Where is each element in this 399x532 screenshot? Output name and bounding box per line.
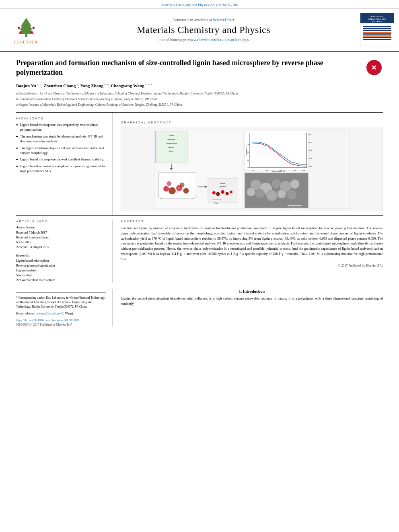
article-revised-date: 6 July 2017	[16, 240, 106, 245]
elsevier-label: ELSEVIER	[14, 40, 38, 44]
footnote-divider	[16, 292, 106, 293]
elsevier-logo-box: ELSEVIER	[0, 9, 52, 51]
footnotes-col: * Corresponding author. Key Laboratory f…	[16, 289, 113, 327]
svg-text:20μm: 20μm	[292, 207, 297, 209]
journal-title: Materials Chemistry and Physics	[137, 25, 270, 35]
svg-text:Water: Water	[169, 150, 174, 152]
keyword-3: Lignin emulsion	[16, 268, 106, 273]
intro-section-title: 1. Introduction	[121, 289, 383, 294]
svg-text:Lignin: Lignin	[220, 182, 226, 184]
article-info-abstract-section: ARTICLE INFO Article history: Received 7…	[16, 215, 383, 283]
svg-point-64	[266, 190, 278, 201]
intro-section-number: 1.	[239, 289, 243, 294]
svg-point-62	[290, 179, 300, 189]
svg-text:0.00: 0.00	[309, 134, 311, 136]
svg-point-31	[221, 190, 224, 194]
contents-available-line: Contents lists available at ScienceDirec…	[173, 18, 234, 22]
svg-text:-0.15: -0.15	[309, 157, 312, 159]
intro-text: Lignin, the second most abundant biopoly…	[121, 296, 383, 306]
article-accepted-date: Accepted 14 August 2017	[16, 245, 106, 250]
svg-point-33	[230, 191, 232, 193]
svg-point-6	[19, 31, 22, 33]
introduction-col: 1. Introduction Lignin, the second most …	[121, 289, 383, 327]
homepage-url[interactable]: www.elsevier.com/locate/matchemphys	[188, 38, 249, 42]
svg-text:HMTA: HMTA	[169, 146, 175, 148]
svg-point-66	[286, 190, 297, 200]
svg-point-65	[277, 190, 286, 199]
svg-text:60: 60	[247, 159, 249, 161]
journal-banner: ELSEVIER Contents lists available at Sci…	[0, 9, 399, 52]
copyright-line: © 2017 Published by Elsevier B.V.	[121, 264, 383, 267]
affiliation-b: b Collaborative Innovation Center of Che…	[16, 97, 383, 102]
svg-point-4	[17, 27, 19, 29]
svg-text:100: 100	[247, 144, 250, 146]
svg-point-18	[163, 186, 169, 192]
email-footnote: E-mail address: cywang@tju.edu.cn (C. Wa…	[16, 312, 106, 316]
journal-logo-image: MATERIALSCHEMISTRY ANDPHYSICS	[360, 13, 394, 47]
keyword-4: Size control	[16, 273, 106, 278]
affiliations: a Key Laboratory for Green Chemical Tech…	[16, 91, 383, 107]
article-title-row: Preparation and formation mechanism of s…	[16, 58, 383, 78]
svg-point-32	[226, 192, 229, 195]
graphical-abstract-svg: Lignin Ammonia Formaldehyde HMTA Water O…	[121, 127, 383, 211]
svg-text:80: 80	[247, 151, 249, 153]
journal-logo-box: MATERIALSCHEMISTRY ANDPHYSICS	[355, 9, 399, 51]
intro-section-label: Introduction	[243, 289, 265, 294]
highlight-item-3: The lignin emulsion plays a vital role o…	[16, 146, 106, 156]
svg-text:40: 40	[247, 166, 249, 168]
authors-line: Baojun Yu a, b, Zhenzhen Chang c, Yang Z…	[16, 82, 383, 89]
issn-line: 0254-0584/© 2017 Published by Elsevier B…	[16, 323, 106, 327]
highlights-col: HIGHLIGHTS Lignin based microsphere was …	[16, 113, 113, 215]
top-header: Materials Chemistry and Physics 203 (201…	[0, 0, 399, 9]
keyword-1: Lignin based microsphere	[16, 259, 106, 263]
highlights-graphical-section: HIGHLIGHTS Lignin based microsphere was …	[16, 112, 383, 215]
article-received-date: Received 7 March 2017	[16, 230, 106, 235]
doi-line[interactable]: https://doi.org/10.1016/j.matchemphys.20…	[16, 318, 106, 322]
abstract-label: ABSTRACT	[121, 220, 383, 223]
article-history-label: Article history:	[16, 226, 106, 229]
svg-text:Weight(%): Weight(%)	[245, 146, 247, 155]
svg-text:400: 400	[266, 169, 268, 171]
svg-point-19	[169, 187, 176, 195]
article-info-col: ARTICLE INFO Article history: Received 7…	[16, 220, 113, 283]
svg-text:Ammonia: Ammonia	[167, 138, 176, 140]
svg-text:Temperature(°C): Temperature(°C)	[271, 170, 285, 172]
svg-text:20μm: 20μm	[214, 202, 219, 204]
elsevier-tree-icon	[12, 16, 40, 38]
article-title: Preparation and formation mechanism of s…	[16, 58, 365, 78]
keyword-2: Reverse phase polymerization	[16, 263, 106, 268]
svg-text:1000: 1000	[302, 169, 305, 171]
highlight-item-1: Lignin based microsphere was prepared by…	[16, 123, 106, 132]
email-address[interactable]: cywang@tju.edu.cn	[36, 312, 60, 315]
email-label: E-mail address:	[16, 312, 35, 315]
svg-text:600: 600	[280, 169, 282, 171]
highlight-item-4: Lignin based microsphere showed excellen…	[16, 157, 106, 162]
journal-homepage-line: journal homepage: www.elsevier.com/locat…	[158, 38, 249, 42]
keywords-label: Keywords:	[16, 254, 106, 257]
sciencedirect-link[interactable]: ScienceDirect	[213, 18, 234, 22]
svg-text:Formaldehyde: Formaldehyde	[166, 142, 177, 144]
graphical-abstract-col: GRAPHICAL ABSTRACT Lignin Ammonia Formal…	[121, 113, 383, 215]
svg-text:-0.05: -0.05	[309, 142, 312, 144]
keyword-5: Activated carbon microsphere	[16, 278, 106, 283]
svg-text:-0.20: -0.20	[309, 165, 312, 167]
svg-point-5	[32, 27, 35, 29]
abstract-col: ABSTRACT Commercial lignin, by-product o…	[121, 220, 383, 283]
svg-point-23	[180, 183, 185, 187]
graphical-abstract-image: Lignin Ammonia Formaldehyde HMTA Water O…	[121, 127, 383, 211]
journal-center: Contents lists available at ScienceDirec…	[52, 9, 355, 51]
svg-point-22	[167, 181, 171, 186]
article-area: Preparation and formation mechanism of s…	[0, 52, 399, 331]
svg-text:800: 800	[294, 169, 296, 171]
corresponding-author-footnote: * Corresponding author. Key Laboratory f…	[16, 296, 106, 309]
article-revised-label: Received in revised form	[16, 235, 106, 240]
graphical-abstract-label: GRAPHICAL ABSTRACT	[121, 121, 383, 124]
journal-reference: Materials Chemistry and Physics 203 (201…	[161, 3, 238, 7]
svg-text:-0.10: -0.10	[309, 150, 312, 152]
svg-point-30	[216, 192, 220, 196]
svg-text:Oil: Oil	[175, 191, 179, 193]
article-info-label: ARTICLE INFO	[16, 220, 106, 223]
svg-text:200: 200	[252, 169, 254, 171]
highlights-list: Lignin based microsphere was prepared by…	[16, 123, 106, 174]
email-name: (C. Wang).	[60, 312, 74, 315]
